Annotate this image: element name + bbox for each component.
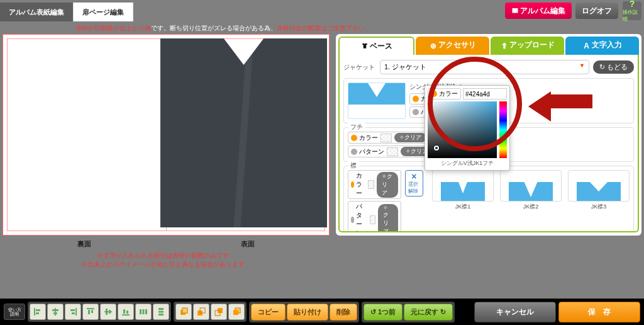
- align-group: [28, 302, 171, 322]
- align-left-icon[interactable]: [30, 304, 46, 320]
- svg-rect-6: [75, 308, 77, 316]
- hex-input[interactable]: [463, 88, 507, 100]
- fuchi-heading: フチ: [348, 123, 365, 132]
- svg-rect-12: [104, 311, 112, 312]
- svg-rect-25: [182, 308, 187, 313]
- label-front: 表面: [241, 239, 255, 249]
- deselect-button[interactable]: ×選択解除: [405, 170, 423, 197]
- collar-option-2[interactable]: JK襟2: [500, 170, 562, 211]
- send-backward-icon[interactable]: [211, 304, 227, 320]
- design-canvas[interactable]: [3, 34, 330, 236]
- clear-button[interactable]: ✧クリア: [378, 204, 398, 233]
- svg-rect-4: [52, 309, 58, 311]
- album-edit-button[interactable]: アルバム編集: [505, 3, 572, 19]
- book-icon: [511, 7, 519, 14]
- send-back-icon[interactable]: [228, 304, 245, 320]
- svg-rect-19: [143, 309, 145, 314]
- howto-button[interactable]: 使い方説明: [4, 304, 25, 320]
- svg-rect-0: [34, 308, 35, 316]
- eri-pattern[interactable]: パターン✧クリア: [348, 201, 401, 232]
- edit-group: コピー 貼り付け 削除: [249, 302, 359, 322]
- plus-icon: ⊕: [430, 42, 437, 49]
- svg-rect-21: [158, 308, 164, 310]
- svg-rect-23: [158, 314, 164, 316]
- eri-color[interactable]: カラー✧クリア: [348, 170, 401, 199]
- tab-upload[interactable]: ⬆アップロード: [491, 37, 564, 55]
- picker-cursor[interactable]: [434, 145, 439, 151]
- chevron-down-icon: ▼: [579, 62, 585, 72]
- tab-cover-edit[interactable]: アルバム表紙編集: [0, 3, 74, 21]
- label-back: 裏面: [77, 239, 91, 249]
- clear-button[interactable]: ✧クリア: [377, 172, 398, 198]
- color-label: カラー: [428, 88, 461, 100]
- upload-icon: ⬆: [501, 42, 508, 49]
- align-top-icon[interactable]: [82, 304, 99, 320]
- redo-button[interactable]: 元に戻す ↻: [404, 304, 453, 321]
- canvas-area: 裏面 表面 ※文字が入れられる部分は赤枠の範囲のみです。※出来上がりのイメージが…: [3, 34, 330, 269]
- tshirt-icon: [361, 42, 369, 50]
- eri-section: 襟 カラー✧クリア パターン✧クリア ×選択解除 JK襟1 JK襟2 JK襟3: [343, 166, 634, 232]
- svg-rect-17: [126, 311, 128, 314]
- warning-text: 赤枠が印刷後の仕上がり線です。断ち切り位置がズレる場合がある為、赤枠付近の配置は…: [75, 24, 644, 33]
- sparkle-icon: ✧: [399, 134, 404, 140]
- jacket-select[interactable]: 1. ジャケット▼: [380, 60, 589, 74]
- history-group: ↺ 1つ前 元に戻す ↻: [362, 302, 455, 322]
- hue-slider[interactable]: [499, 101, 507, 158]
- clear-button[interactable]: ✧クリア: [394, 133, 426, 142]
- cancel-button[interactable]: キャンセル: [474, 302, 556, 322]
- svg-rect-2: [36, 312, 39, 314]
- svg-rect-31: [233, 310, 238, 315]
- collar-option-3[interactable]: JK襟3: [568, 170, 630, 211]
- sparkle-icon: ✧: [382, 173, 387, 180]
- svg-rect-20: [145, 309, 147, 314]
- paste-button[interactable]: 貼り付け: [287, 304, 328, 321]
- svg-rect-14: [109, 310, 111, 314]
- logoff-button[interactable]: ログオフ: [575, 3, 618, 19]
- color-picker-popup: カラー シングルV浅JK1フチ: [425, 85, 510, 171]
- saturation-field[interactable]: [428, 101, 497, 158]
- eri-heading: 襟: [348, 161, 359, 170]
- back-button[interactable]: ↻ もどる: [593, 60, 634, 74]
- svg-rect-15: [122, 314, 130, 316]
- bottom-toolbar: 使い方説明 コピー 貼り付け 削除 ↺ 1つ前 元に戻す ↻ キャンセル 保 存: [0, 299, 644, 325]
- copy-button[interactable]: コピー: [251, 304, 286, 321]
- jacket-shape[interactable]: [160, 38, 327, 227]
- tab-page-edit[interactable]: 扉ページ編集: [74, 3, 133, 21]
- fuchi-pattern[interactable]: パターン✧クリア: [348, 145, 436, 157]
- save-button[interactable]: 保 存: [558, 302, 640, 322]
- help-button[interactable]: ?操作説明: [623, 1, 641, 20]
- jacket-thumb[interactable]: [348, 83, 406, 119]
- bring-front-icon[interactable]: [175, 304, 192, 320]
- jacket-heading: ジャケット: [343, 63, 375, 72]
- side-panel: ベース ⊕アクセサリ ⬆アップロード A文字入力 ジャケット 1. ジャケット▼…: [336, 34, 641, 236]
- tab-accessory[interactable]: ⊕アクセサリ: [416, 37, 489, 55]
- layer-group: [174, 302, 247, 322]
- svg-rect-7: [70, 309, 75, 311]
- bring-forward-icon[interactable]: [193, 304, 209, 320]
- sparkle-icon: ✧: [383, 205, 388, 211]
- redo-icon: ↻: [440, 308, 446, 316]
- svg-rect-16: [123, 309, 125, 314]
- align-hcenter-icon[interactable]: [47, 304, 64, 320]
- close-icon: ×: [411, 172, 416, 181]
- svg-rect-9: [87, 308, 94, 309]
- delete-button[interactable]: 削除: [330, 304, 357, 321]
- tab-base[interactable]: ベース: [338, 37, 414, 55]
- footer-note: ※文字が入れられる部分は赤枠の範囲のみです。※出来上がりのイメージが見た目と異な…: [3, 251, 330, 269]
- distribute-h-icon[interactable]: [135, 304, 152, 320]
- svg-rect-13: [106, 309, 108, 315]
- svg-rect-22: [158, 311, 164, 313]
- svg-rect-3: [55, 308, 56, 316]
- align-bottom-icon[interactable]: [118, 304, 134, 320]
- align-right-icon[interactable]: [65, 304, 81, 320]
- tab-text[interactable]: A文字入力: [565, 37, 639, 55]
- fuchi-color[interactable]: カラー✧クリア: [348, 132, 436, 144]
- help-icon: ?: [630, 0, 635, 9]
- undo-button[interactable]: ↺ 1つ前: [364, 304, 402, 321]
- svg-rect-5: [53, 312, 57, 314]
- collar-option-1[interactable]: JK襟1: [432, 170, 494, 211]
- svg-rect-11: [91, 310, 93, 313]
- sparkle-icon: ✧: [406, 148, 411, 154]
- align-vcenter-icon[interactable]: [100, 304, 116, 320]
- distribute-v-icon[interactable]: [153, 304, 169, 320]
